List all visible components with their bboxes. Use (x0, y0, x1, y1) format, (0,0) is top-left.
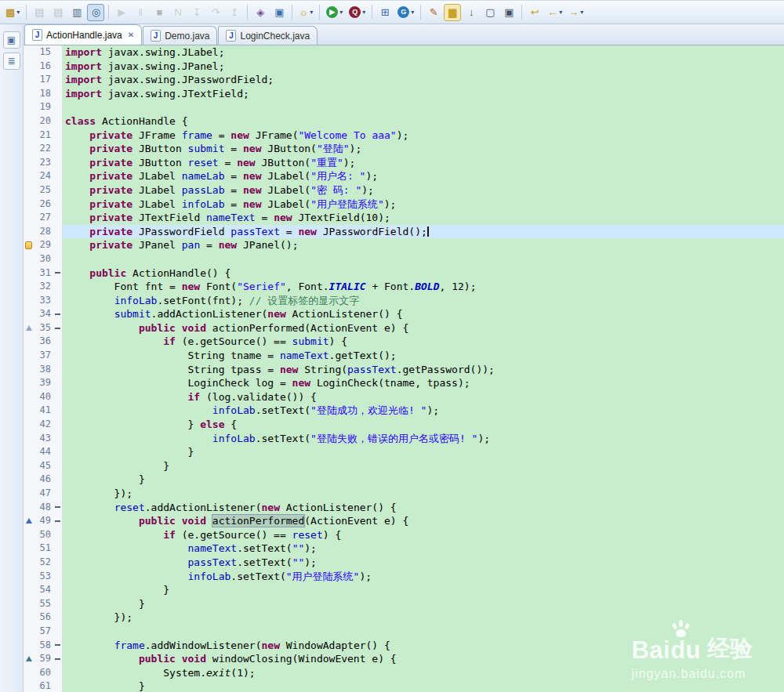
code-text[interactable]: import javax.swing.JPanel; (63, 60, 784, 74)
fold-ruler-cell[interactable] (53, 459, 63, 473)
annotation-ruler-cell[interactable] (24, 129, 34, 143)
dropdown-arrow-icon[interactable]: ▾ (580, 9, 583, 16)
code-line-35[interactable]: 35 public void actionPerformed(ActionEve… (24, 321, 784, 335)
link-with-editor-button[interactable]: ▣ (270, 4, 288, 21)
annotation-ruler-cell[interactable] (24, 363, 34, 377)
annotation-ruler-cell[interactable] (24, 390, 34, 404)
code-line-39[interactable]: 39 LoginCheck log = new LoginCheck(tname… (24, 376, 784, 390)
code-text[interactable]: submit.addActionListener(new ActionListe… (63, 307, 784, 321)
open-type-button[interactable]: ⊞ (376, 4, 394, 21)
override-marker-icon[interactable] (26, 518, 32, 524)
annotate-button[interactable]: ✎ (425, 4, 442, 21)
mark-occurrences-button[interactable]: ◈ (252, 4, 269, 21)
dropdown-arrow-icon[interactable]: ▾ (362, 9, 365, 16)
code-text[interactable]: if (e.getSource() == reset) { (63, 528, 784, 542)
fold-ruler-cell[interactable] (53, 597, 63, 611)
code-line-20[interactable]: 20class ActionHandle { (24, 114, 784, 129)
override-marker-icon[interactable] (26, 325, 32, 331)
annotation-ruler-cell[interactable] (24, 60, 34, 74)
code-text[interactable]: private JFrame frame = new JFrame("Welco… (63, 129, 784, 143)
code-line-25[interactable]: 25 private JLabel passLab = new JLabel("… (24, 183, 784, 197)
annotation-ruler-cell[interactable] (24, 639, 34, 653)
code-text[interactable]: } (63, 583, 784, 597)
annotation-ruler-cell[interactable] (24, 114, 34, 129)
fold-ruler-cell[interactable] (53, 60, 63, 74)
code-text[interactable]: private JLabel passLab = new JLabel("密 码… (63, 183, 784, 197)
fold-ruler-cell[interactable] (53, 307, 63, 321)
code-text[interactable]: }); (63, 487, 784, 501)
code-line-15[interactable]: 15import javax.swing.JLabel; (24, 45, 784, 60)
annotation-ruler-cell[interactable] (24, 610, 34, 625)
annotation-ruler-cell[interactable] (24, 432, 34, 446)
code-text[interactable]: Font fnt = new Font("Serief", Font.ITALI… (63, 280, 784, 294)
annotation-ruler-cell[interactable] (24, 473, 34, 487)
dropdown-arrow-icon[interactable]: ▾ (16, 9, 20, 16)
code-line-43[interactable]: 43 infoLab.setText("登陆失败，错误的用户名或密码! "); (24, 432, 784, 446)
annotation-ruler-cell[interactable] (24, 335, 34, 349)
code-line-32[interactable]: 32 Font fnt = new Font("Serief", Font.IT… (24, 280, 784, 294)
back-button[interactable]: ←▾ (545, 4, 564, 21)
annotation-ruler-cell[interactable] (24, 418, 34, 432)
fold-ruler-cell[interactable] (53, 666, 63, 680)
code-line-27[interactable]: 27 private JTextField nameText = new JTe… (24, 211, 784, 225)
code-text[interactable]: } (63, 597, 784, 611)
fold-ruler-cell[interactable] (53, 349, 63, 363)
code-line-48[interactable]: 48 reset.addActionListener(new ActionLis… (24, 501, 784, 515)
annotation-ruler-cell[interactable] (24, 156, 34, 170)
code-line-53[interactable]: 53 infoLab.setText("用户登陆系统"); (24, 570, 784, 584)
suspend-button[interactable]: ‖ (132, 4, 149, 21)
fold-ruler-cell[interactable] (53, 610, 63, 625)
fold-ruler-cell[interactable] (53, 625, 63, 639)
fold-collapse-icon[interactable] (55, 644, 60, 646)
code-text[interactable]: import javax.swing.JLabel; (63, 45, 784, 60)
annotation-ruler-cell[interactable] (24, 73, 34, 87)
new-wizard-button[interactable]: ▩▾ (3, 4, 22, 21)
annotation-ruler-cell[interactable] (24, 570, 34, 584)
dropdown-arrow-icon[interactable]: ▾ (339, 9, 343, 16)
code-text[interactable]: public void actionPerformed(ActionEvent … (63, 514, 784, 528)
annotation-ruler-cell[interactable] (24, 238, 34, 252)
code-line-38[interactable]: 38 String tpass = new String(passText.ge… (24, 363, 784, 377)
fold-ruler-cell[interactable] (53, 363, 63, 377)
annotation-ruler-cell[interactable] (24, 625, 34, 639)
code-editor[interactable]: 15import javax.swing.JLabel;16import jav… (24, 45, 784, 692)
code-line-49[interactable]: 49 public void actionPerformed(ActionEve… (24, 514, 784, 528)
highlight-button[interactable]: ▆ (444, 4, 461, 21)
code-text[interactable]: } else { (63, 418, 784, 432)
step-over-button[interactable]: ↷ (207, 4, 224, 21)
code-text[interactable]: private JButton submit = new JButton("登陆… (63, 142, 784, 156)
code-line-59[interactable]: 59 public void windowClosing(WindowEvent… (24, 652, 784, 666)
annotation-ruler-cell[interactable] (24, 404, 34, 418)
annotation-ruler-cell[interactable] (24, 45, 34, 60)
fold-ruler-cell[interactable] (53, 542, 63, 556)
annotation-ruler-cell[interactable] (24, 666, 34, 680)
code-text[interactable]: private JPanel pan = new JPanel(); (63, 238, 784, 252)
fold-collapse-icon[interactable] (55, 506, 60, 508)
run-button[interactable]: ▶▾ (324, 4, 345, 21)
profile-button[interactable]: Q▾ (347, 4, 368, 21)
fold-ruler-cell[interactable] (53, 45, 63, 60)
code-line-31[interactable]: 31 public ActionHandle() { (24, 266, 784, 281)
external-tools-button[interactable]: ☼▾ (296, 4, 315, 21)
code-text[interactable] (63, 252, 784, 266)
code-line-52[interactable]: 52 passText.setText(""); (24, 556, 784, 570)
annotation-ruler-cell[interactable] (24, 183, 34, 197)
fold-ruler-cell[interactable] (53, 432, 63, 446)
outline-view-button[interactable]: ≣ (3, 53, 20, 70)
code-text[interactable]: infoLab.setText("用户登陆系统"); (63, 570, 784, 584)
fold-ruler-cell[interactable] (53, 335, 63, 349)
fold-ruler-cell[interactable] (53, 294, 63, 308)
fold-ruler-cell[interactable] (53, 169, 63, 183)
fold-ruler-cell[interactable] (53, 501, 63, 515)
code-text[interactable]: System.exit(1); (63, 666, 784, 680)
code-text[interactable] (63, 100, 784, 114)
code-text[interactable]: private JTextField nameText = new JTextF… (63, 211, 784, 225)
fold-ruler-cell[interactable] (53, 142, 63, 156)
annotation-ruler-cell[interactable] (24, 459, 34, 473)
fold-ruler-cell[interactable] (53, 211, 63, 225)
code-line-50[interactable]: 50 if (e.getSource() == reset) { (24, 528, 784, 542)
code-line-17[interactable]: 17import javax.swing.JPasswordField; (24, 73, 784, 87)
code-line-40[interactable]: 40 if (log.validate()) { (24, 390, 784, 404)
code-text[interactable]: import javax.swing.JTextField; (63, 87, 784, 101)
fold-ruler-cell[interactable] (53, 556, 63, 570)
